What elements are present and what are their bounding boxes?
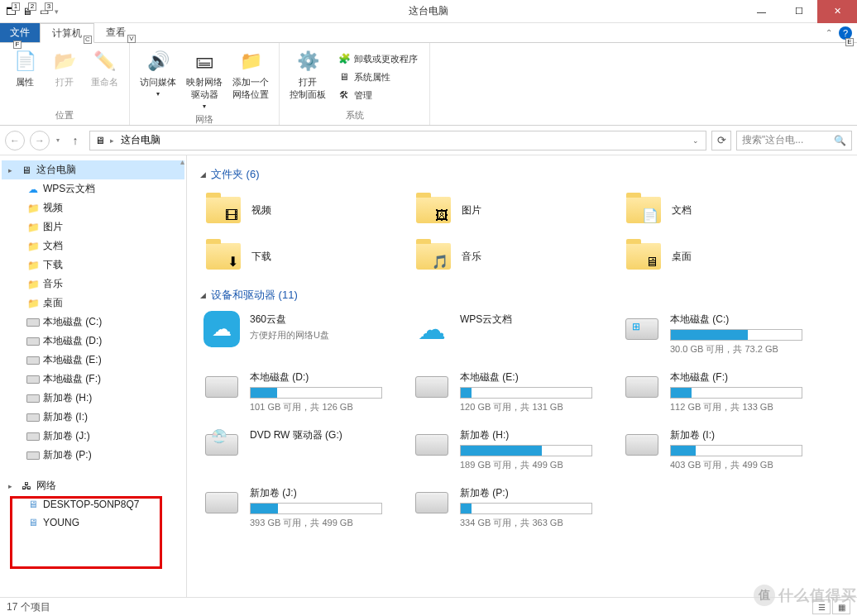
- address-dropdown[interactable]: ⌄: [689, 136, 702, 145]
- properties-icon: 📄: [12, 48, 38, 74]
- content-pane[interactable]: ◢ 文件夹 (6) 🎞视频🖼图片📄文档⬇下载🎵音乐🖥桌面 ◢ 设备和驱动器 (1…: [187, 155, 857, 597]
- tree-item[interactable]: 本地磁盘 (D:): [2, 332, 184, 351]
- drive-icon: ☁: [202, 313, 242, 346]
- drive-item[interactable]: 新加卷 (J:)393 GB 可用，共 499 GB: [200, 485, 407, 531]
- tree-item[interactable]: 本地磁盘 (C:): [2, 313, 184, 332]
- qat-icon-3[interactable]: ▭3: [36, 4, 51, 19]
- drive-icon: [412, 428, 452, 461]
- main-area: ▴ ▸ 这台电脑 WPS云文档视频图片文档下载音乐桌面本地磁盘 (C:)本地磁盘…: [0, 155, 857, 597]
- map-drive-button[interactable]: 🖴 映射网络 驱动器▾: [183, 46, 226, 112]
- group-label-system: 系统: [346, 107, 364, 123]
- tree-item[interactable]: 音乐: [2, 275, 184, 294]
- tree-item[interactable]: 新加卷 (J:): [2, 427, 184, 446]
- manage-button[interactable]: 🛠 管理: [333, 87, 423, 103]
- drive-icon: ☁: [412, 313, 452, 346]
- item-count: 17 个项目: [7, 600, 50, 614]
- address-row: ← → ▾ ↑ ▸ 这台电脑 ⌄ ⟳ 搜索"这台电... 🔍: [0, 126, 857, 155]
- drive-icon: [622, 370, 662, 404]
- tree-item[interactable]: 图片: [2, 217, 184, 236]
- tree-item[interactable]: 文档: [2, 236, 184, 255]
- tree-item[interactable]: WPS云文档: [2, 179, 184, 198]
- minimize-button[interactable]: —: [743, 0, 780, 23]
- tab-view[interactable]: 查看 V: [94, 23, 137, 42]
- drive-icon: [412, 370, 452, 404]
- access-media-button[interactable]: 🔊 访问媒体▾: [136, 46, 180, 112]
- drive-item[interactable]: 本地磁盘 (F:)112 GB 可用，共 133 GB: [620, 369, 827, 415]
- folder-item[interactable]: 🖥桌面: [620, 236, 827, 276]
- properties-button[interactable]: 📄 属性: [7, 46, 43, 107]
- drive-item[interactable]: 本地磁盘 (D:)101 GB 可用，共 126 GB: [200, 369, 407, 415]
- tree-root-pc[interactable]: ▸ 这台电脑: [2, 160, 184, 179]
- group-label-network: 网络: [195, 112, 213, 127]
- maximize-button[interactable]: ☐: [780, 0, 817, 23]
- open-button[interactable]: 📂 打开: [46, 46, 83, 107]
- tree-item[interactable]: 新加卷 (P:): [2, 446, 184, 465]
- drive-item[interactable]: ☁WPS云文档: [410, 311, 617, 357]
- drive-item[interactable]: 💿DVD RW 驱动器 (G:): [200, 427, 407, 473]
- search-input[interactable]: 搜索"这台电... 🔍: [736, 131, 852, 150]
- qat-dropdown[interactable]: ▾: [53, 7, 59, 16]
- address-segment[interactable]: 这台电脑: [117, 133, 164, 147]
- uninstall-button[interactable]: 🧩 卸载或更改程序: [333, 50, 423, 67]
- folder-item[interactable]: 🎵音乐: [410, 236, 617, 276]
- folder-item[interactable]: ⬇下载: [200, 236, 407, 276]
- tree-item[interactable]: 桌面: [2, 294, 184, 313]
- qat-icon-2[interactable]: 🖥2: [20, 4, 35, 19]
- tab-file[interactable]: 文件 F: [0, 23, 40, 42]
- navigation-tree[interactable]: ▴ ▸ 这台电脑 WPS云文档视频图片文档下载音乐桌面本地磁盘 (C:)本地磁盘…: [0, 155, 187, 597]
- drive-item[interactable]: 新加卷 (P:)334 GB 可用，共 363 GB: [410, 485, 617, 531]
- control-panel-button[interactable]: ⚙️ 打开 控制面板: [286, 46, 329, 107]
- refresh-button[interactable]: ⟳: [711, 131, 731, 150]
- rename-button[interactable]: ✏️ 重命名: [86, 46, 122, 107]
- folder-item[interactable]: 🎞视频: [200, 190, 407, 230]
- drive-grid: ☁360云盘方便好用的网络U盘☁WPS云文档⊞本地磁盘 (C:)30.0 GB …: [200, 311, 844, 531]
- forward-button[interactable]: →: [30, 131, 50, 150]
- folder-item[interactable]: 🖼图片: [410, 190, 617, 230]
- control-panel-icon: ⚙️: [294, 48, 321, 74]
- ribbon: 📄 属性 📂 打开 ✏️ 重命名 位置 🔊 访问媒体▾ 🖴 映射网络 驱动器▾: [0, 43, 857, 126]
- tree-network-item[interactable]: YOUNG: [2, 513, 184, 532]
- folder-icon: ⬇: [203, 240, 243, 273]
- system-properties-button[interactable]: 🖥 系统属性: [333, 69, 423, 85]
- uninstall-icon: 🧩: [338, 52, 351, 65]
- collapse-ribbon-icon[interactable]: ⌃: [826, 28, 832, 37]
- up-button[interactable]: ↑: [66, 131, 84, 150]
- folder-icon: 🖼: [414, 193, 453, 227]
- drive-item[interactable]: ⊞本地磁盘 (C:)30.0 GB 可用，共 73.2 GB: [620, 311, 827, 357]
- tree-item[interactable]: 下载: [2, 255, 184, 275]
- tree-network[interactable]: ▸ 网络: [2, 476, 184, 495]
- folder-icon: 📄: [624, 193, 663, 227]
- back-button[interactable]: ←: [5, 131, 25, 150]
- tree-network-item[interactable]: DESKTOP-5ONP8Q7: [2, 495, 184, 513]
- sysprops-icon: 🖥: [338, 70, 351, 84]
- drive-icon: 💿: [202, 428, 242, 461]
- media-icon: 🔊: [145, 48, 171, 74]
- drive-icon: [202, 486, 242, 519]
- ribbon-tabs: 文件 F 计算机 C 查看 V ⌃ ? E: [0, 23, 857, 43]
- folders-header[interactable]: ◢ 文件夹 (6): [200, 167, 844, 182]
- tab-computer[interactable]: 计算机 C: [40, 23, 94, 43]
- manage-icon: 🛠: [338, 88, 351, 102]
- tree-item[interactable]: 本地磁盘 (E:): [2, 351, 184, 370]
- map-drive-icon: 🖴: [191, 48, 218, 74]
- tree-item[interactable]: 新加卷 (H:): [2, 389, 184, 408]
- drive-item[interactable]: ☁360云盘方便好用的网络U盘: [200, 311, 407, 357]
- tree-item[interactable]: 本地磁盘 (F:): [2, 370, 184, 389]
- history-dropdown[interactable]: ▾: [55, 136, 61, 144]
- tree-item[interactable]: 视频: [2, 198, 184, 217]
- drive-item[interactable]: 本地磁盘 (E:)120 GB 可用，共 131 GB: [410, 369, 617, 415]
- folder-item[interactable]: 📄文档: [620, 190, 827, 230]
- folder-icon: 🎵: [414, 240, 453, 273]
- drive-item[interactable]: 新加卷 (I:)403 GB 可用，共 499 GB: [620, 427, 827, 473]
- drives-header[interactable]: ◢ 设备和驱动器 (11): [200, 288, 844, 303]
- qat-icon-1[interactable]: 🗔1: [3, 4, 18, 19]
- quick-access-toolbar: 🗔1 🖥2 ▭3 ▾: [0, 4, 59, 19]
- add-location-button[interactable]: 📁 添加一个 网络位置: [229, 46, 272, 112]
- watermark: 值什么值得买: [754, 585, 857, 606]
- tree-scroll-up[interactable]: ▴: [180, 157, 184, 166]
- address-bar[interactable]: ▸ 这台电脑 ⌄: [89, 131, 706, 150]
- tree-item[interactable]: 新加卷 (I:): [2, 408, 184, 427]
- close-button[interactable]: ✕: [817, 0, 857, 23]
- ribbon-group-network: 🔊 访问媒体▾ 🖴 映射网络 驱动器▾ 📁 添加一个 网络位置 网络: [130, 43, 280, 125]
- drive-item[interactable]: 新加卷 (H:)189 GB 可用，共 499 GB: [410, 427, 617, 473]
